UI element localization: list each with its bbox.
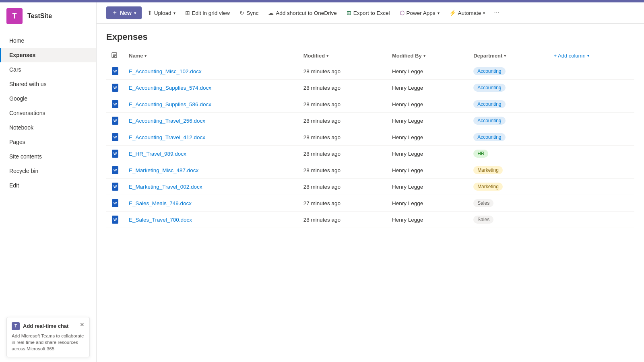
file-modified: 28 minutes ago xyxy=(299,113,387,129)
close-teams-card-button[interactable]: ✕ xyxy=(78,321,86,329)
table-row: W E_Marketing_Misc_487.docx 28 minutes a… xyxy=(106,162,634,179)
svg-rect-2 xyxy=(113,55,116,56)
file-department: HR xyxy=(469,146,549,162)
file-name-cell: E_Marketing_Travel_002.docx xyxy=(124,179,299,195)
file-name-link[interactable]: E_HR_Travel_989.docx xyxy=(129,151,186,157)
file-modified: 28 minutes ago xyxy=(299,162,387,179)
col-header-modified-by[interactable]: Modified By ▾ xyxy=(387,49,469,63)
word-file-icon: W xyxy=(111,99,119,109)
sidebar-item-conversations[interactable]: Conversations xyxy=(0,106,96,120)
file-department: Accounting xyxy=(469,96,549,113)
file-extra xyxy=(549,146,634,162)
file-extra xyxy=(549,162,634,179)
sidebar-item-site-contents[interactable]: Site contents xyxy=(0,149,96,164)
modified-by-sort-icon: ▾ xyxy=(423,53,425,58)
page-title: Expenses xyxy=(106,32,634,42)
file-name-link[interactable]: E_Accounting_Supplies_586.docx xyxy=(129,101,211,107)
file-name-link[interactable]: E_Sales_Meals_749.docx xyxy=(129,200,192,206)
file-extra xyxy=(549,80,634,96)
sidebar-nav: HomeExpensesCarsShared with usGoogleConv… xyxy=(0,30,96,312)
file-icon-cell: W xyxy=(106,63,124,80)
new-button[interactable]: ＋ New ▾ xyxy=(106,6,142,19)
file-name-link[interactable]: E_Accounting_Supplies_574.docx xyxy=(129,85,211,91)
file-name-cell: E_Sales_Meals_749.docx xyxy=(124,195,299,212)
department-sort-icon: ▾ xyxy=(504,53,506,58)
power-apps-button[interactable]: ⬡ Power Apps ▾ xyxy=(396,7,444,19)
col-header-icon xyxy=(106,49,124,63)
sidebar-item-edit[interactable]: Edit xyxy=(0,178,96,193)
sidebar-item-notebook[interactable]: Notebook xyxy=(0,120,96,135)
file-table: Name ▾ Modified ▾ Modifi xyxy=(106,49,634,228)
file-modified: 28 minutes ago xyxy=(299,146,387,162)
sidebar-item-cars[interactable]: Cars xyxy=(0,62,96,77)
automate-icon: ⚡ xyxy=(449,10,456,16)
department-badge: HR xyxy=(473,150,488,158)
sidebar-item-home[interactable]: Home xyxy=(0,33,96,48)
file-modified: 28 minutes ago xyxy=(299,212,387,228)
automate-button[interactable]: ⚡ Automate ▾ xyxy=(445,7,489,19)
site-logo: T xyxy=(6,8,23,24)
edit-grid-button[interactable]: ⊞ Edit in grid view xyxy=(181,7,234,19)
upload-icon: ⬆ xyxy=(147,10,152,16)
file-department: Accounting xyxy=(469,80,549,96)
export-excel-button[interactable]: ⊞ Export to Excel xyxy=(343,7,394,19)
main-content: ＋ New ▾ ⬆ Upload ▾ ⊞ Edit in grid view ↻… xyxy=(97,2,644,362)
file-department: Marketing xyxy=(469,179,549,195)
department-badge: Sales xyxy=(473,199,493,207)
name-sort-icon: ▾ xyxy=(144,53,147,58)
file-name-link[interactable]: E_Accounting_Travel_256.docx xyxy=(129,118,205,124)
sync-icon: ↻ xyxy=(239,10,244,16)
department-badge: Marketing xyxy=(473,183,503,191)
file-department: Marketing xyxy=(469,162,549,179)
file-name-cell: E_Marketing_Misc_487.docx xyxy=(124,162,299,179)
file-modified-by: Henry Legge xyxy=(387,80,469,96)
file-department: Sales xyxy=(469,195,549,212)
file-name-link[interactable]: E_Accounting_Travel_412.docx xyxy=(129,134,205,140)
file-name-link[interactable]: E_Sales_Travel_700.docx xyxy=(129,217,192,223)
svg-rect-3 xyxy=(113,56,115,57)
department-badge: Marketing xyxy=(473,166,503,174)
col-header-add-column[interactable]: + Add column ▾ xyxy=(549,49,634,63)
sidebar-item-expenses[interactable]: Expenses xyxy=(0,48,96,62)
new-dropdown-icon: ▾ xyxy=(134,11,136,15)
file-modified: 27 minutes ago xyxy=(299,195,387,212)
word-file-icon: W xyxy=(111,165,119,175)
file-name-link[interactable]: E_Accounting_Misc_102.docx xyxy=(129,68,202,74)
file-icon-cell: W xyxy=(106,146,124,162)
file-extra xyxy=(549,179,634,195)
upload-button[interactable]: ⬆ Upload ▾ xyxy=(143,7,180,19)
file-modified-by: Henry Legge xyxy=(387,162,469,179)
file-modified-by: Henry Legge xyxy=(387,129,469,146)
add-shortcut-button[interactable]: ☁ Add shortcut to OneDrive xyxy=(264,7,341,19)
file-name-link[interactable]: E_Marketing_Misc_487.docx xyxy=(129,167,198,173)
file-icon-cell: W xyxy=(106,162,124,179)
sidebar-item-shared-with-us[interactable]: Shared with us xyxy=(0,77,96,91)
teams-chat-card: ✕ T Add real-time chat Add Microsoft Tea… xyxy=(6,317,90,357)
sidebar-item-pages[interactable]: Pages xyxy=(0,135,96,149)
word-file-icon: W xyxy=(111,198,119,208)
file-icon-cell: W xyxy=(106,96,124,113)
file-department: Sales xyxy=(469,212,549,228)
col-header-modified[interactable]: Modified ▾ xyxy=(299,49,387,63)
col-header-name[interactable]: Name ▾ xyxy=(124,49,299,63)
sidebar-item-recycle-bin[interactable]: Recycle bin xyxy=(0,164,96,178)
table-row: W E_Accounting_Travel_256.docx 28 minute… xyxy=(106,113,634,129)
table-row: W E_Sales_Travel_700.docx 28 minutes ago… xyxy=(106,212,634,228)
file-modified: 28 minutes ago xyxy=(299,129,387,146)
department-badge: Accounting xyxy=(473,100,505,108)
col-header-department[interactable]: Department ▾ xyxy=(469,49,549,63)
sync-button[interactable]: ↻ Sync xyxy=(235,7,262,19)
word-file-icon: W xyxy=(111,66,119,76)
file-icon-cell: W xyxy=(106,195,124,212)
file-icon-cell: W xyxy=(106,113,124,129)
file-modified-by: Henry Legge xyxy=(387,146,469,162)
sidebar-item-google[interactable]: Google xyxy=(0,91,96,106)
file-name-link[interactable]: E_Marketing_Travel_002.docx xyxy=(129,184,202,190)
sidebar: T TestSite HomeExpensesCarsShared with u… xyxy=(0,2,97,362)
site-title: TestSite xyxy=(27,12,52,20)
file-name-cell: E_Sales_Travel_700.docx xyxy=(124,212,299,228)
more-button[interactable]: ··· xyxy=(491,6,502,19)
file-extra xyxy=(549,212,634,228)
word-file-icon: W xyxy=(111,83,119,93)
file-name-cell: E_Accounting_Travel_412.docx xyxy=(124,129,299,146)
